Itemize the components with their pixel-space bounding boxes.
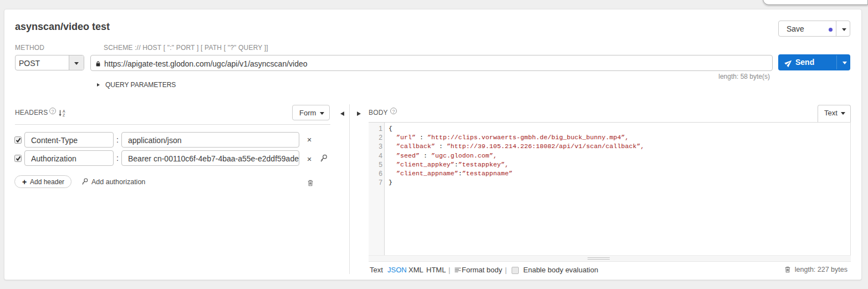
svg-text:Z: Z [63, 113, 65, 117]
svg-text:A: A [63, 109, 65, 113]
